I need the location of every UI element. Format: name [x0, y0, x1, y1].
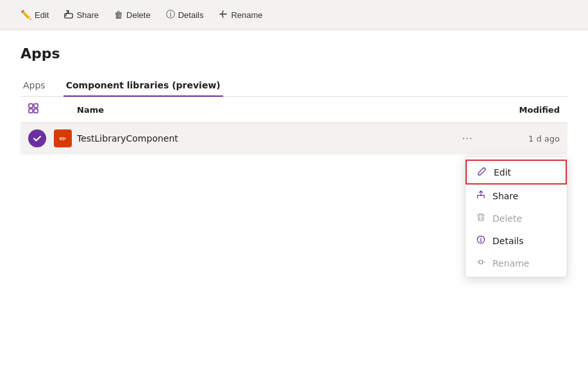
toolbar-edit-button[interactable]: ✏️ Edit	[15, 7, 54, 22]
more-options-button[interactable]: ···	[457, 131, 478, 145]
row-wrapper: ✏ TestLibraryComponent ··· 1 d ago	[21, 123, 567, 154]
context-info-icon	[476, 235, 486, 246]
tabs: Apps Component libraries (preview)	[21, 74, 567, 97]
toolbar-details-button[interactable]: ⓘ Details	[161, 6, 209, 23]
header-name: Name	[77, 105, 452, 115]
row-check	[28, 129, 54, 147]
context-share-icon	[476, 190, 486, 201]
edit-icon: ✏️	[21, 10, 31, 20]
svg-rect-2	[34, 104, 38, 108]
row-name: TestLibraryComponent	[77, 133, 452, 144]
svg-rect-6	[479, 260, 482, 263]
page-title: Apps	[21, 45, 567, 62]
context-edit-label: Edit	[494, 167, 511, 177]
context-details-label: Details	[492, 236, 524, 246]
context-rename-label: Rename	[492, 258, 529, 268]
context-delete-label: Delete	[492, 213, 522, 224]
context-trash-icon	[476, 213, 486, 224]
tab-apps[interactable]: Apps	[21, 75, 48, 97]
svg-rect-3	[29, 109, 33, 113]
table-header: Name Modified	[21, 97, 567, 123]
trash-icon: 🗑	[114, 10, 123, 20]
selected-checkmark	[28, 129, 46, 147]
app-icon-box: ✏	[54, 129, 72, 147]
context-menu-edit[interactable]: Edit	[466, 160, 567, 185]
row-app-icon: ✏	[54, 129, 77, 147]
row-more-options[interactable]: ···	[452, 131, 483, 145]
context-menu: Edit Share	[465, 156, 567, 277]
context-menu-share[interactable]: Share	[466, 185, 567, 207]
toolbar-delete-button[interactable]: 🗑 Delete	[109, 7, 156, 22]
table-row[interactable]: ✏ TestLibraryComponent ··· 1 d ago	[21, 123, 567, 154]
tab-component-libraries[interactable]: Component libraries (preview)	[63, 75, 223, 97]
toolbar-details-label: Details	[178, 10, 204, 20]
grid-icon	[28, 104, 38, 116]
context-share-label: Share	[492, 191, 518, 201]
header-check-col	[28, 103, 54, 116]
page-content: Apps Apps Component libraries (preview) …	[0, 30, 588, 170]
toolbar: ✏️ Edit Share 🗑 Delete ⓘ Details Rename	[0, 0, 588, 30]
pencil-icon: ✏	[60, 134, 67, 144]
context-menu-details[interactable]: Details	[466, 229, 567, 252]
toolbar-share-label: Share	[76, 10, 99, 20]
svg-rect-4	[34, 109, 38, 113]
share-icon	[64, 10, 73, 21]
toolbar-rename-button[interactable]: Rename	[214, 7, 267, 23]
toolbar-share-button[interactable]: Share	[59, 7, 104, 23]
toolbar-rename-label: Rename	[231, 10, 262, 20]
row-modified: 1 d ago	[483, 133, 560, 144]
header-modified: Modified	[483, 105, 560, 115]
rename-icon	[219, 10, 228, 21]
context-rename-icon	[476, 258, 486, 268]
toolbar-edit-label: Edit	[35, 10, 49, 20]
context-menu-rename[interactable]: Rename	[466, 252, 567, 274]
svg-rect-1	[29, 104, 33, 108]
info-icon: ⓘ	[166, 9, 175, 21]
context-menu-delete[interactable]: Delete	[466, 207, 567, 229]
table: Name Modified ✏ TestLib	[21, 97, 567, 154]
toolbar-delete-label: Delete	[126, 10, 151, 20]
modified-text: 1 d ago	[528, 134, 560, 144]
context-edit-icon	[477, 167, 487, 177]
